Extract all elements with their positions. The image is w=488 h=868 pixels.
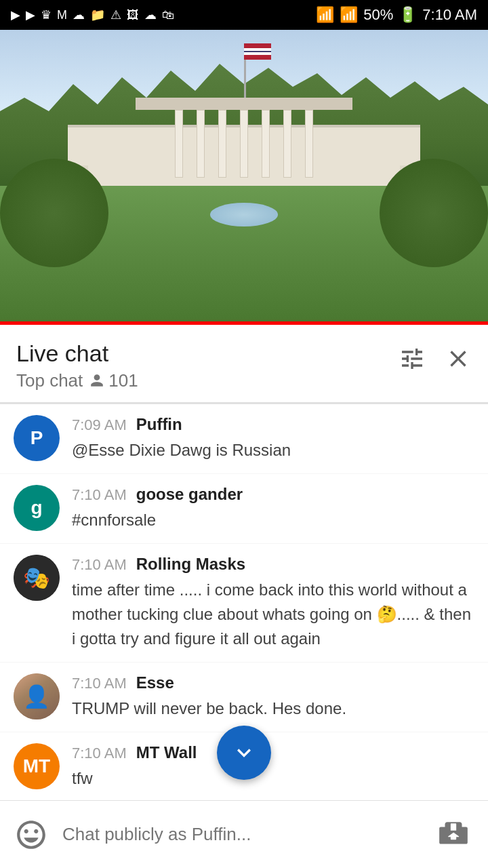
avatar: g (14, 485, 60, 531)
crown-icon: ♛ (41, 7, 52, 22)
message-time: 7:09 AM (72, 416, 127, 434)
message-author: MT Wall (136, 743, 197, 762)
viewer-count: 101 (89, 370, 138, 391)
status-right: 📶 📶 50% 🔋 7:10 AM (316, 6, 477, 24)
cloud-icon: ☁ (73, 7, 85, 22)
message-content: 7:09 AM Puffin @Esse Dixie Dawg is Russi… (72, 415, 474, 462)
send-button[interactable] (430, 814, 477, 855)
message-time: 7:10 AM (72, 486, 127, 504)
message-time: 7:10 AM (72, 556, 127, 574)
signal-icon: 📶 (340, 6, 358, 24)
message-author: Puffin (136, 415, 182, 434)
message-content: 7:10 AM Esse TRUMP will never be back. H… (72, 673, 474, 721)
folder-icon: 📁 (90, 7, 105, 22)
message-content: 7:10 AM goose gander #cnnforsale (72, 485, 474, 532)
list-item: 🎭 7:10 AM Rolling Masks time after time … (0, 544, 488, 663)
youtube2-icon: ▶ (26, 7, 35, 22)
list-item: g 7:10 AM goose gander #cnnforsale (0, 474, 488, 544)
send-icon (436, 818, 470, 852)
warning-icon: ⚠ (110, 7, 121, 22)
message-author: goose gander (136, 485, 243, 504)
person-icon (89, 373, 104, 388)
list-item: P 7:09 AM Puffin @Esse Dixie Dawg is Rus… (0, 404, 488, 474)
tree-right (380, 159, 488, 267)
chat-title: Live chat (16, 340, 138, 368)
tree-left (0, 159, 108, 267)
clock: 7:10 AM (422, 6, 477, 24)
battery-icon: 🔋 (399, 6, 417, 24)
chat-messages-list[interactable]: P 7:09 AM Puffin @Esse Dixie Dawg is Rus… (0, 404, 488, 868)
chat-header: Live chat Top chat 101 (0, 325, 488, 403)
message-text: time after time ..... i come back into t… (72, 578, 474, 651)
video-player[interactable] (0, 30, 488, 321)
message-content: 7:10 AM MT Wall tfw (72, 743, 474, 791)
scroll-down-button[interactable] (217, 726, 271, 780)
message-text: #cnnforsale (72, 508, 474, 532)
list-item: 👤 7:10 AM Esse TRUMP will never be back.… (0, 663, 488, 732)
avatar: P (14, 415, 60, 461)
message-meta: 7:10 AM goose gander (72, 485, 474, 504)
chat-input-bar (0, 800, 488, 868)
emoji-icon (14, 818, 48, 852)
close-button[interactable] (445, 345, 472, 375)
message-time: 7:10 AM (72, 675, 127, 692)
image-icon: 🖼 (127, 8, 139, 22)
avatar: MT (14, 743, 60, 789)
message-text: tfw (72, 766, 474, 791)
chevron-down-icon (230, 739, 258, 766)
cloud2-icon: ☁ (144, 7, 157, 22)
emoji-button[interactable] (11, 814, 52, 855)
message-content: 7:10 AM Rolling Masks time after time ..… (72, 555, 474, 651)
message-text: TRUMP will never be back. Hes done. (72, 696, 474, 721)
message-text: @Esse Dixie Dawg is Russian (72, 438, 474, 462)
message-author: Rolling Masks (136, 555, 245, 574)
avatar: 👤 (14, 673, 60, 719)
avatar: 🎭 (14, 555, 60, 601)
status-icons: ▶ ▶ ♛ M ☁ 📁 ⚠ 🖼 ☁ 🛍 (11, 7, 174, 22)
filter-button[interactable] (399, 345, 426, 375)
battery-percent: 50% (363, 6, 393, 24)
chat-input[interactable] (62, 814, 419, 855)
message-meta: 7:09 AM Puffin (72, 415, 474, 434)
chat-header-left: Live chat Top chat 101 (16, 340, 138, 391)
message-author: Esse (136, 673, 174, 692)
message-meta: 7:10 AM Rolling Masks (72, 555, 474, 574)
message-time: 7:10 AM (72, 745, 127, 762)
status-bar: ▶ ▶ ♛ M ☁ 📁 ⚠ 🖼 ☁ 🛍 📶 📶 50% 🔋 7:10 AM (0, 0, 488, 30)
bag-icon: 🛍 (162, 8, 174, 22)
message-meta: 7:10 AM Esse (72, 673, 474, 692)
youtube-icon: ▶ (11, 7, 20, 22)
chat-header-actions (399, 345, 472, 375)
wifi-icon: 📶 (316, 6, 334, 24)
top-chat-label: Top chat (16, 370, 83, 391)
chat-subtitle: Top chat 101 (16, 370, 138, 391)
mastodon-icon: M (57, 8, 67, 22)
message-meta: 7:10 AM MT Wall (72, 743, 474, 762)
fountain (210, 203, 278, 226)
